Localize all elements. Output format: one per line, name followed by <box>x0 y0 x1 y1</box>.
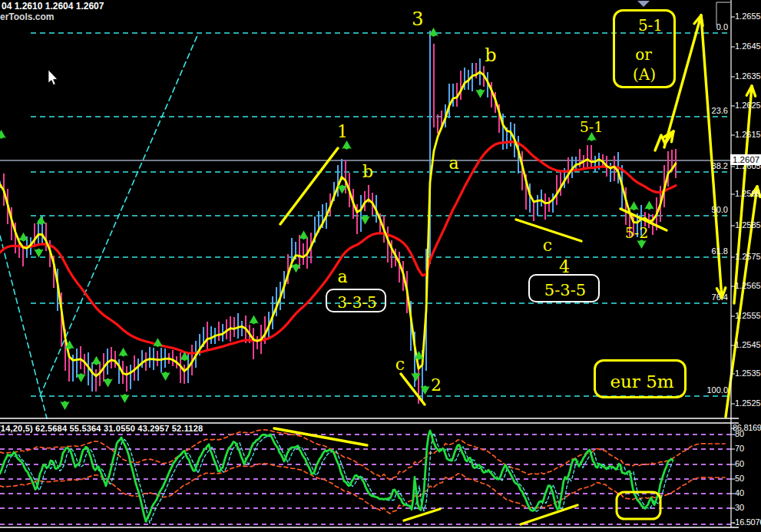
main-chart-canvas[interactable] <box>0 0 761 532</box>
mt4-chart-window: 1.26551.26451.26351.26251.26151.26051.25… <box>0 0 761 532</box>
